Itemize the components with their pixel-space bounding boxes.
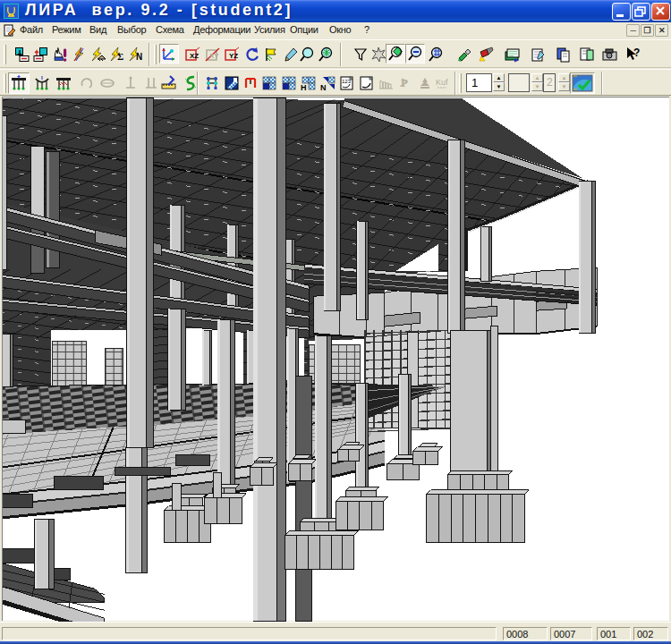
svg-text:123: 123 (342, 79, 352, 84)
svg-text:?: ? (633, 47, 640, 59)
svg-text:Kuf: Kuf (436, 78, 448, 87)
svg-text:YZ: YZ (229, 52, 238, 60)
svg-text:N: N (136, 52, 142, 62)
svg-text:P: P (401, 76, 408, 89)
svg-text:H: H (301, 83, 307, 91)
svg-text:XZ: XZ (190, 52, 199, 60)
svg-text:XY: XY (209, 52, 219, 60)
svg-text:Σ: Σ (117, 51, 123, 62)
svg-text:N: N (320, 83, 327, 91)
